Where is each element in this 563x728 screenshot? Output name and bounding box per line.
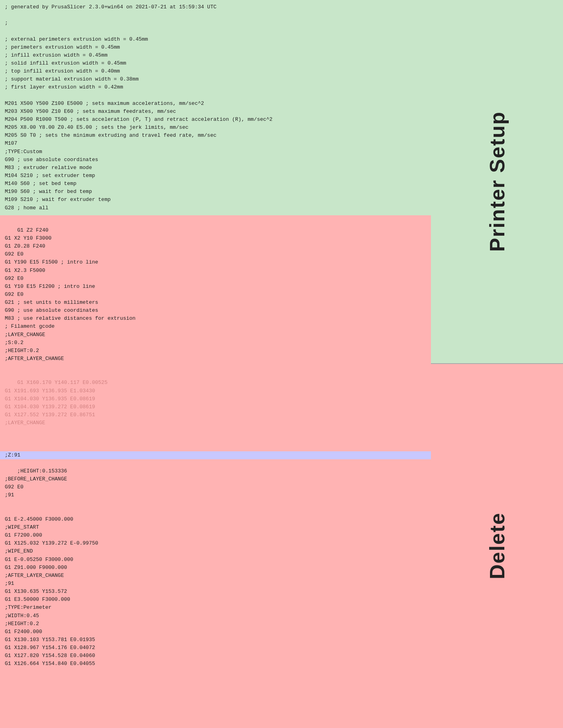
printer-setup-label: Printer Setup [485,111,509,252]
delete-label: Delete [485,512,509,579]
code-panel: ; generated by PrusaSlicer 2.3.0+win64 o… [0,0,431,728]
delete-section: G1 Z2 F240 G1 X2 Y10 F3000 G1 Z0.28 F240… [0,215,431,728]
delete-code-faded: G1 X160.170 Y140.117 E0.00525 G1 X191.69… [5,380,107,426]
sidebar-delete[interactable]: Delete [431,364,563,728]
sidebar: Printer Setup Delete [431,0,563,728]
delete-code-top: G1 Z2 F240 G1 X2 Y10 F3000 G1 Z0.28 F240… [5,227,136,362]
sidebar-printer-setup[interactable]: Printer Setup [431,0,563,364]
delete-code-bottom: ;HEIGHT:0.153336 ;BEFORE_LAYER_CHANGE G9… [5,468,98,667]
printer-setup-section: ; generated by PrusaSlicer 2.3.0+win64 o… [0,0,431,215]
highlighted-line: ;Z:91 [0,451,431,459]
